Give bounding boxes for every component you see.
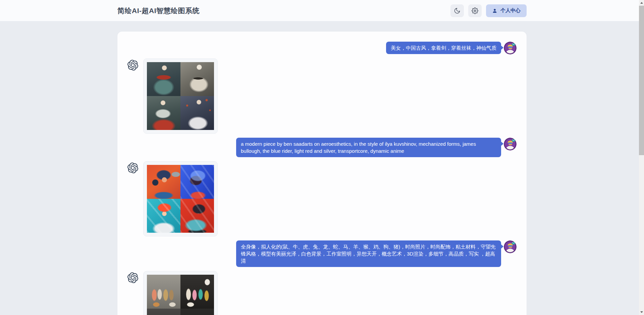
chat-panel: 美女，中国古风，拿着剑，穿着丝袜，神仙气质 — [117, 32, 527, 315]
generated-image[interactable] — [180, 62, 214, 96]
gear-icon — [472, 7, 478, 14]
generated-image-card — [143, 58, 218, 134]
settings-button[interactable] — [468, 4, 482, 17]
moon-icon — [454, 7, 461, 14]
generated-image[interactable] — [180, 165, 214, 199]
generated-image[interactable] — [147, 275, 180, 309]
generated-image[interactable] — [147, 199, 180, 233]
user-icon — [492, 8, 497, 13]
theme-toggle-button[interactable] — [450, 4, 464, 17]
profile-center-button[interactable]: 个人中心 — [486, 4, 527, 17]
user-message-bubble: a modern piece by ben saadarts on aeroes… — [236, 138, 501, 157]
profile-center-label: 个人中心 — [500, 7, 521, 14]
generated-image[interactable] — [147, 96, 180, 130]
openai-logo-icon — [127, 272, 138, 283]
user-avatar — [504, 240, 517, 253]
scrollbar-up-arrow[interactable] — [639, 0, 644, 6]
user-message-row: a modern piece by ben saadarts on aeroes… — [127, 138, 517, 157]
assistant-message-row — [127, 271, 517, 315]
user-message-bubble: 全身像，拟人化的(鼠、牛、虎、兔、龙、蛇、马、羊、猴、鸡、狗、猪)，时尚照片，时… — [236, 240, 501, 267]
user-message-bubble: 美女，中国古风，拿着剑，穿着丝袜，神仙气质 — [386, 42, 501, 54]
generated-image[interactable] — [180, 275, 214, 309]
generated-image[interactable] — [180, 96, 214, 130]
header-actions: 个人中心 — [450, 4, 527, 17]
user-avatar — [504, 138, 517, 150]
generated-image[interactable] — [147, 165, 180, 199]
generated-image-grid — [147, 62, 214, 130]
generated-image-card — [143, 161, 218, 236]
generated-image-card — [143, 271, 218, 315]
generated-image[interactable] — [180, 309, 214, 315]
app-header: 简绘AI-超AI智慧绘图系统 个人中心 — [0, 0, 644, 21]
openai-logo-icon — [127, 163, 138, 173]
user-avatar — [504, 42, 517, 54]
generated-image[interactable] — [147, 62, 180, 96]
generated-image-grid — [147, 275, 214, 315]
assistant-message-row — [127, 161, 517, 236]
generated-image[interactable] — [147, 309, 180, 315]
assistant-message-row — [127, 58, 517, 134]
user-message-row: 美女，中国古风，拿着剑，穿着丝袜，神仙气质 — [127, 42, 517, 54]
generated-image-grid — [147, 165, 214, 233]
header-inner: 简绘AI-超AI智慧绘图系统 个人中心 — [117, 4, 527, 17]
page-title: 简绘AI-超AI智慧绘图系统 — [117, 6, 200, 15]
scrollbar-down-arrow[interactable] — [639, 309, 644, 315]
page-scrollbar[interactable] — [639, 0, 644, 315]
user-message-row: 全身像，拟人化的(鼠、牛、虎、兔、龙、蛇、马、羊、猴、鸡、狗、猪)，时尚照片，时… — [127, 240, 517, 267]
generated-image[interactable] — [180, 199, 214, 233]
scrollbar-thumb[interactable] — [639, 6, 644, 155]
openai-logo-icon — [127, 60, 138, 71]
